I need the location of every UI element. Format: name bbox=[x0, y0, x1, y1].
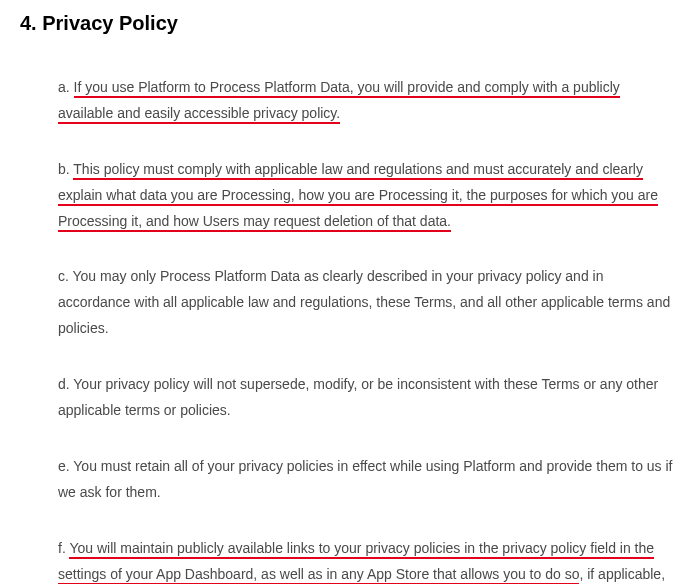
highlighted-text: If you use Platform to Process Platform … bbox=[58, 79, 620, 124]
clause-list: a. If you use Platform to Process Platfo… bbox=[20, 75, 674, 584]
highlighted-text: You will maintain publicly available lin… bbox=[58, 540, 654, 584]
section-heading: 4. Privacy Policy bbox=[20, 12, 674, 35]
document-page: 4. Privacy Policy a. If you use Platform… bbox=[0, 0, 694, 584]
item-marker: b. bbox=[58, 161, 73, 177]
item-marker: c. bbox=[58, 268, 73, 284]
list-item: d. Your privacy policy will not supersed… bbox=[58, 372, 674, 424]
list-item: c. You may only Process Platform Data as… bbox=[58, 264, 674, 342]
item-marker: f. bbox=[58, 540, 69, 556]
list-item: e. You must retain all of your privacy p… bbox=[58, 454, 674, 506]
highlighted-text: This policy must comply with applicable … bbox=[58, 161, 658, 232]
item-text: Your privacy policy will not supersede, … bbox=[58, 376, 658, 418]
item-marker: d. bbox=[58, 376, 73, 392]
list-item: f. You will maintain publicly available … bbox=[58, 536, 674, 584]
item-text: You must retain all of your privacy poli… bbox=[58, 458, 673, 500]
item-marker: a. bbox=[58, 79, 74, 95]
list-item: a. If you use Platform to Process Platfo… bbox=[58, 75, 674, 127]
item-text: You may only Process Platform Data as cl… bbox=[58, 268, 670, 336]
list-item: b. This policy must comply with applicab… bbox=[58, 157, 674, 235]
item-marker: e. bbox=[58, 458, 73, 474]
